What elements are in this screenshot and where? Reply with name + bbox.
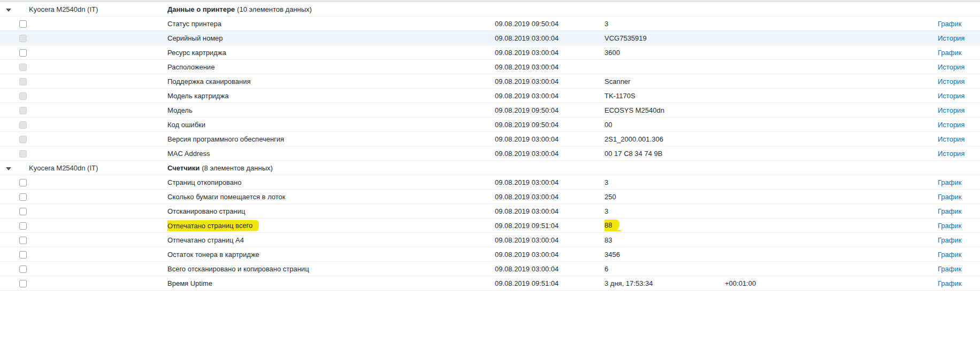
item-name: Страниц откопировано: [167, 178, 241, 186]
link-cell: График: [938, 20, 980, 28]
group-header-row: Kyocera M2540dn (IT) Счетчики(8 элементо…: [0, 161, 980, 175]
history-graph-link[interactable]: График: [938, 222, 961, 230]
item-row: MAC Address 09.08.2019 03:00:04 00 17 C8…: [0, 146, 980, 161]
item-checkbox[interactable]: [19, 251, 27, 259]
item-checkbox[interactable]: [19, 265, 27, 273]
item-checkbox: [19, 92, 27, 100]
item-name-cell: Страниц откопировано: [167, 178, 495, 186]
item-name: Расположение: [167, 63, 215, 71]
last-check-cell: 09.08.2019 03:00:04: [495, 236, 604, 244]
item-last-value: 6: [604, 265, 608, 273]
item-checkbox[interactable]: [19, 208, 27, 215]
item-name-cell: MAC Address: [167, 150, 495, 158]
history-graph-link[interactable]: График: [938, 207, 961, 215]
item-name-cell: Отпечатано страниц всего: [167, 220, 495, 231]
application-name: Данные о принтере: [167, 5, 235, 13]
checkbox-cell: [19, 221, 29, 230]
item-last-check: 09.08.2019 03:00:04: [495, 193, 558, 201]
item-checkbox[interactable]: [19, 20, 27, 28]
link-cell: История: [938, 106, 980, 114]
link-cell: История: [938, 77, 980, 85]
item-checkbox[interactable]: [19, 237, 27, 244]
item-name: Отпечатано страниц всего: [167, 220, 259, 231]
item-last-value: 00 17 C8 34 74 9B: [604, 150, 662, 158]
last-value-cell: 2S1_2000.001.306: [604, 135, 725, 143]
item-last-value: ECOSYS M2540dn: [604, 106, 664, 114]
item-last-value: 88: [604, 220, 620, 231]
item-name-cell: Серийный номер: [167, 34, 495, 42]
item-last-check: 09.08.2019 03:00:04: [495, 207, 558, 215]
group-header-row: Kyocera M2540dn (IT) Данные о принтере(1…: [0, 2, 980, 17]
host-link[interactable]: Kyocera M2540dn (IT): [29, 5, 98, 13]
item-row: Отпечатано страниц A4 09.08.2019 03:00:0…: [0, 233, 980, 247]
item-last-value: 3: [604, 207, 608, 215]
item-row: Модель картриджа 09.08.2019 03:00:04 TK-…: [0, 89, 980, 103]
item-name: MAC Address: [167, 150, 210, 158]
item-last-check: 09.08.2019 03:00:04: [495, 251, 558, 259]
history-graph-link[interactable]: История: [938, 106, 964, 114]
item-last-check: 09.08.2019 03:00:04: [495, 49, 558, 57]
history-graph-link[interactable]: История: [938, 121, 964, 129]
history-graph-link[interactable]: График: [938, 49, 961, 57]
history-graph-link[interactable]: История: [938, 92, 964, 100]
item-name: Модель: [167, 106, 193, 114]
checkbox-cell: [19, 19, 29, 28]
item-last-value: Scanner: [604, 77, 630, 85]
item-checkbox[interactable]: [19, 49, 27, 57]
collapse-triangle-icon[interactable]: [6, 9, 11, 12]
item-name: Версия программного обеспеченгия: [167, 135, 284, 143]
item-row: Всего отсканировано и копировано страниц…: [0, 262, 980, 276]
item-last-check: 09.08.2019 03:00:04: [495, 265, 558, 273]
history-graph-link[interactable]: График: [938, 251, 961, 259]
last-value-cell: Scanner: [604, 77, 725, 85]
last-check-cell: 09.08.2019 03:00:04: [495, 207, 604, 215]
item-last-check: 09.08.2019 09:50:04: [495, 121, 558, 129]
last-check-cell: 09.08.2019 09:51:04: [495, 222, 604, 230]
history-graph-link[interactable]: История: [938, 63, 964, 71]
application-item-count: (8 элементов данных): [202, 164, 273, 172]
link-cell: График: [938, 251, 980, 259]
history-graph-link[interactable]: История: [938, 77, 964, 85]
link-cell: История: [938, 92, 980, 100]
item-checkbox[interactable]: [19, 179, 27, 186]
history-graph-link[interactable]: График: [938, 20, 961, 28]
last-value-cell: ECOSYS M2540dn: [604, 106, 725, 114]
item-name-cell: Отсканировано страниц: [167, 207, 495, 215]
last-value-cell: 3600: [604, 49, 725, 57]
collapse-triangle-icon[interactable]: [6, 167, 11, 170]
checkbox-cell: [19, 250, 29, 259]
item-last-check: 09.08.2019 09:50:04: [495, 106, 558, 114]
history-graph-link[interactable]: График: [938, 279, 961, 287]
history-graph-link[interactable]: История: [938, 135, 964, 143]
host-link[interactable]: Kyocera M2540dn (IT): [29, 164, 98, 172]
link-cell: История: [938, 63, 980, 71]
item-checkbox: [19, 136, 27, 143]
item-last-value: 00: [604, 121, 612, 129]
toggle-cell: [0, 5, 19, 13]
last-check-cell: 09.08.2019 03:00:04: [495, 178, 604, 186]
last-check-cell: 09.08.2019 03:00:04: [495, 49, 604, 57]
item-last-check: 09.08.2019 03:00:04: [495, 236, 558, 244]
history-graph-link[interactable]: График: [938, 178, 961, 186]
item-last-check: 09.08.2019 03:00:04: [495, 92, 558, 100]
history-graph-link[interactable]: История: [938, 34, 964, 42]
last-check-cell: 09.08.2019 03:00:04: [495, 34, 604, 42]
item-checkbox[interactable]: [19, 222, 27, 230]
item-row: Статус принтера 09.08.2019 09:50:04 3 Гр…: [0, 17, 980, 31]
change-cell: +00:01:00: [725, 279, 938, 287]
toggle-cell: [0, 164, 19, 172]
application-cell: Данные о принтере(10 элементов данных): [167, 5, 495, 13]
host-cell: Kyocera M2540dn (IT): [29, 5, 167, 13]
item-checkbox[interactable]: [19, 193, 27, 201]
item-checkbox[interactable]: [19, 280, 27, 287]
history-graph-link[interactable]: График: [938, 193, 961, 201]
history-graph-link[interactable]: История: [938, 150, 964, 158]
last-check-cell: 09.08.2019 03:00:04: [495, 135, 604, 143]
item-row: Время Uptime 09.08.2019 09:51:04 3 дня, …: [0, 276, 980, 291]
application-name: Счетчики: [167, 164, 200, 172]
last-value-cell: 00 17 C8 34 74 9B: [604, 150, 725, 158]
checkbox-cell: [19, 207, 29, 215]
item-checkbox: [19, 64, 27, 71]
history-graph-link[interactable]: График: [938, 265, 961, 273]
history-graph-link[interactable]: График: [938, 236, 961, 244]
